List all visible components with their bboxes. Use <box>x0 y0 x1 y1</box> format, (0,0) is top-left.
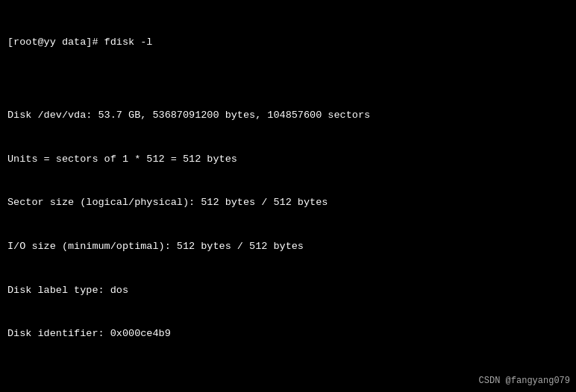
disk1-info-1: Disk /dev/vda: 53.7 GB, 53687091200 byte… <box>7 108 569 123</box>
disk1-info-5: Disk label type: dos <box>7 283 569 298</box>
disk1-info-6: Disk identifier: 0x000ce4b9 <box>7 326 569 341</box>
terminal-window: [root@yy data]# fdisk -l Disk /dev/vda: … <box>0 0 576 392</box>
disk1-info-2: Units = sectors of 1 * 512 = 512 bytes <box>7 152 569 167</box>
prompt-line: [root@yy data]# fdisk -l <box>7 35 569 50</box>
disk1-info-4: I/O size (minimum/optimal): 512 bytes / … <box>7 239 569 254</box>
watermark: CSDN @fangyang079 <box>479 375 570 388</box>
disk1-info-3: Sector size (logical/physical): 512 byte… <box>7 195 569 210</box>
